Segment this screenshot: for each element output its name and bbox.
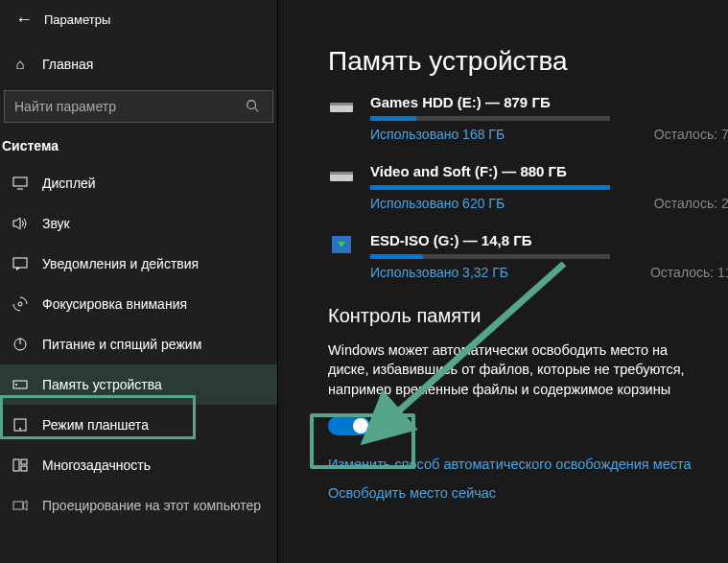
- svg-rect-22: [330, 172, 353, 175]
- drive-row[interactable]: Video and Soft (F:) — 880 ГБ Использован…: [328, 163, 728, 211]
- drive-usage-bar: [370, 116, 610, 121]
- sidebar: ← Параметры ⌂ Главная Найти параметр Сис…: [0, 0, 278, 563]
- header-title: Параметры: [44, 12, 110, 27]
- search-placeholder: Найти параметр: [14, 99, 246, 114]
- nav-notifications[interactable]: Уведомления и действия: [0, 244, 277, 284]
- nav-storage[interactable]: Память устройства: [0, 364, 277, 405]
- nav-label: Фокусировка внимания: [42, 296, 187, 312]
- nav-label: Питание и спящий режим: [42, 337, 201, 352]
- nav-display[interactable]: Дисплей: [0, 163, 277, 203]
- drive-used-label: Использовано 3,32 ГБ: [370, 265, 508, 280]
- back-icon[interactable]: ←: [15, 10, 35, 30]
- svg-rect-2: [13, 177, 27, 186]
- tablet-icon: [12, 418, 29, 432]
- nav-label: Память устройства: [42, 377, 162, 392]
- nav-power[interactable]: Питание и спящий режим: [0, 324, 277, 364]
- home-icon: ⌂: [12, 56, 29, 72]
- focus-icon: [12, 296, 29, 312]
- nav-home-label: Главная: [42, 57, 93, 72]
- nav-home[interactable]: ⌂ Главная: [0, 43, 277, 84]
- svg-point-0: [247, 100, 256, 108]
- display-icon: [12, 176, 29, 190]
- install-disk-icon: [328, 234, 355, 255]
- svg-rect-15: [21, 459, 27, 464]
- section-system-label: Система: [0, 136, 277, 163]
- drive-usage-bar: [370, 185, 610, 190]
- nav-label: Уведомления и действия: [42, 256, 199, 271]
- svg-rect-16: [21, 466, 27, 471]
- nav-label: Многозадачность: [42, 457, 151, 473]
- storage-icon: [12, 378, 29, 391]
- nav-label: Звук: [42, 216, 70, 231]
- power-icon: [12, 337, 29, 352]
- svg-line-1: [255, 107, 259, 111]
- storage-sense-description: Windows может автоматически освободить м…: [328, 340, 712, 399]
- drive-title: Games HDD (E:) — 879 ГБ: [370, 94, 728, 110]
- drive-remaining-label: Осталось: 259 ГБ: [654, 196, 728, 211]
- toggle-label: Вкл.: [384, 417, 412, 434]
- nav-focus[interactable]: Фокусировка внимания: [0, 284, 277, 324]
- storage-sense-toggle-row: Вкл.: [328, 416, 728, 435]
- drive-used-label: Использовано 168 ГБ: [370, 127, 505, 142]
- multitasking-icon: [12, 458, 29, 472]
- drive-remaining-label: Осталось: 11,5 ГБ: [650, 265, 728, 280]
- drive-row[interactable]: Games HDD (E:) — 879 ГБ Использовано 168…: [328, 94, 728, 142]
- search-icon: [246, 99, 263, 115]
- nav-tablet[interactable]: Режим планшета: [0, 405, 277, 445]
- sound-icon: [12, 217, 29, 230]
- svg-rect-5: [13, 258, 27, 268]
- svg-rect-17: [13, 502, 23, 509]
- settings-header: ← Параметры: [0, 0, 277, 43]
- svg-point-7: [18, 302, 22, 306]
- drive-remaining-label: Осталось: 711 ГБ: [654, 127, 728, 142]
- svg-marker-4: [13, 218, 20, 229]
- page-title: Память устройства: [328, 46, 728, 77]
- storage-sense-header: Контроль памяти: [328, 305, 728, 327]
- link-change-cleanup[interactable]: Изменить способ автоматического освобожд…: [328, 457, 728, 472]
- drive-used-label: Использовано 620 ГБ: [370, 196, 505, 211]
- drive-row[interactable]: ESD-ISO (G:) — 14,8 ГБ Использовано 3,32…: [328, 232, 728, 280]
- hdd-icon: [328, 96, 355, 117]
- notifications-icon: [12, 257, 29, 270]
- nav-label: Режим планшета: [42, 417, 149, 433]
- svg-point-11: [15, 384, 17, 386]
- hdd-icon: [328, 165, 355, 186]
- nav-label: Дисплей: [42, 176, 96, 191]
- nav-multitasking[interactable]: Многозадачность: [0, 445, 277, 485]
- search-input[interactable]: Найти параметр: [4, 90, 273, 123]
- svg-rect-20: [330, 103, 353, 106]
- drive-title: ESD-ISO (G:) — 14,8 ГБ: [370, 232, 728, 248]
- svg-point-13: [19, 428, 21, 430]
- drive-title: Video and Soft (F:) — 880 ГБ: [370, 163, 728, 179]
- link-free-now[interactable]: Освободить место сейчас: [328, 485, 728, 501]
- nav-sound[interactable]: Звук: [0, 203, 277, 244]
- svg-marker-18: [23, 501, 27, 510]
- main-content: Память устройства Games HDD (E:) — 879 Г…: [278, 0, 728, 563]
- storage-sense-toggle[interactable]: [328, 416, 370, 435]
- svg-rect-14: [13, 459, 19, 471]
- nav-label: Проецирование на этот компьютер: [42, 498, 261, 513]
- drive-usage-bar: [370, 254, 610, 259]
- project-icon: [12, 499, 29, 512]
- nav-project[interactable]: Проецирование на этот компьютер: [0, 485, 277, 526]
